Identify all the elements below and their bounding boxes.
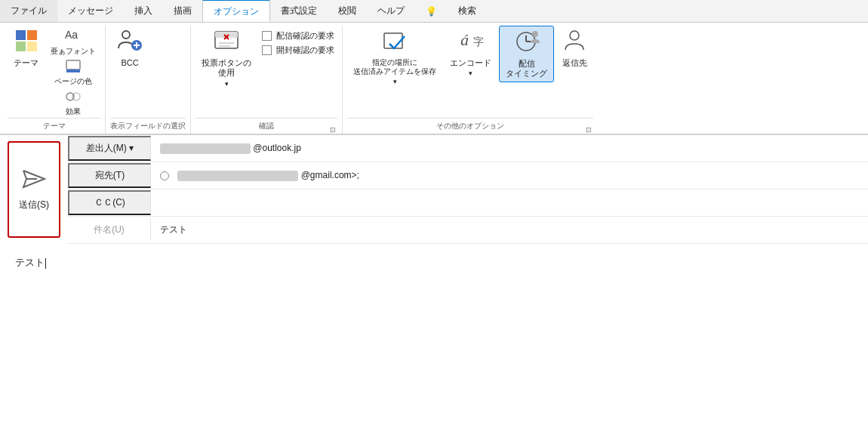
svg-rect-5 bbox=[66, 60, 80, 69]
cc-value bbox=[151, 199, 868, 208]
svg-point-26 bbox=[570, 31, 579, 40]
timing-icon bbox=[514, 29, 540, 57]
font-button[interactable]: Aa 亜ぁフォント bbox=[46, 26, 100, 57]
bcc-button[interactable]: BCC bbox=[110, 26, 149, 71]
svg-text:字: 字 bbox=[473, 35, 484, 48]
to-email-suffix: @gmail.com>; bbox=[301, 170, 359, 180]
open-confirm-check[interactable]: 開封確認の要求 bbox=[262, 45, 334, 56]
page-color-button[interactable]: ページの色 bbox=[46, 57, 100, 88]
body-text: テスト bbox=[15, 257, 45, 268]
other-options-group-label: その他のオプション ⊡ bbox=[347, 118, 593, 134]
encode-label: エンコード bbox=[450, 58, 491, 68]
send-label: 送信(S) bbox=[19, 199, 49, 211]
svg-rect-0 bbox=[16, 30, 26, 40]
ribbon-group-display-fields: BCC 表示フィールドの選択 bbox=[106, 26, 191, 134]
to-email-blurred bbox=[177, 171, 298, 181]
to-radio bbox=[160, 171, 169, 180]
theme-button[interactable]: テーマ bbox=[8, 26, 45, 71]
delivery-confirm-checkbox[interactable] bbox=[262, 31, 272, 41]
open-confirm-label: 開封確認の要求 bbox=[276, 45, 334, 56]
compose-area: 送信(S) 差出人(M) ▾ @outlook.jp 宛先(T) bbox=[0, 134, 868, 319]
encode-button[interactable]: á 字 エンコード ▾ bbox=[444, 26, 497, 80]
confirm-group-label: 確認 ⊡ bbox=[195, 118, 337, 134]
subject-label: 件名(U) bbox=[68, 219, 151, 241]
reply-to-button[interactable]: 返信先 bbox=[556, 26, 593, 71]
tab-help[interactable]: ヘルプ bbox=[367, 0, 415, 22]
vote-button[interactable]: 投票ボタンの 使用 ▾ bbox=[195, 26, 257, 91]
ribbon-tab-bar: ファイル メッセージ 挿入 描画 オプション 書式設定 校閲 ヘルプ 💡 検索 bbox=[0, 0, 868, 23]
svg-rect-2 bbox=[16, 42, 26, 51]
theme-label: テーマ bbox=[14, 58, 38, 68]
ribbon-group-theme: テーマ Aa 亜ぁフォント bbox=[3, 26, 106, 134]
cc-label[interactable]: ＣＣ(C) bbox=[68, 190, 151, 215]
timing-button[interactable]: 配信 タイミング bbox=[499, 26, 554, 82]
compose-fields: 差出人(M) ▾ @outlook.jp 宛先(T) @gmail.com>; bbox=[68, 135, 868, 244]
svg-point-9 bbox=[122, 31, 130, 39]
compose-body[interactable]: テスト bbox=[0, 244, 868, 319]
from-row: 差出人(M) ▾ @outlook.jp bbox=[68, 135, 868, 162]
save-sent-label: 指定の場所に 送信済みアイテムを保存 bbox=[353, 58, 436, 76]
theme-group-label: テーマ bbox=[8, 118, 100, 134]
svg-rect-3 bbox=[27, 42, 37, 51]
from-email-domain: @outlook.jp bbox=[253, 143, 301, 153]
from-email-blurred bbox=[160, 143, 251, 154]
subject-row: 件名(U) テスト bbox=[68, 217, 868, 244]
tab-format[interactable]: 書式設定 bbox=[270, 0, 328, 22]
cursor bbox=[45, 258, 46, 269]
vote-label: 投票ボタンの 使用 bbox=[202, 58, 251, 78]
encode-icon: á 字 bbox=[458, 29, 484, 57]
to-value: @gmail.com>; bbox=[151, 165, 868, 186]
vote-icon bbox=[214, 29, 239, 57]
tab-review[interactable]: 校閲 bbox=[328, 0, 367, 22]
confirm-expand-icon[interactable]: ⊡ bbox=[330, 126, 336, 134]
subject-value: テスト bbox=[151, 219, 196, 241]
ribbon-group-confirm: 投票ボタンの 使用 ▾ 配信確認の要求 開封確認の要求 確認 bbox=[191, 26, 343, 134]
page-color-label: ページの色 bbox=[54, 77, 92, 85]
tab-search[interactable]: 検索 bbox=[448, 0, 487, 22]
svg-text:Aa: Aa bbox=[65, 29, 78, 41]
tab-file[interactable]: ファイル bbox=[0, 0, 57, 22]
effect-button[interactable]: 効果 bbox=[46, 88, 100, 118]
save-sent-button[interactable]: 指定の場所に 送信済みアイテムを保存 ▾ bbox=[347, 26, 442, 88]
ribbon: ファイル メッセージ 挿入 描画 オプション 書式設定 校閲 ヘルプ 💡 検索 bbox=[0, 0, 868, 134]
compose-header: 送信(S) 差出人(M) ▾ @outlook.jp 宛先(T) bbox=[0, 135, 868, 244]
reply-to-label: 返信先 bbox=[562, 58, 587, 68]
tab-insert[interactable]: 挿入 bbox=[124, 0, 163, 22]
from-label[interactable]: 差出人(M) ▾ bbox=[68, 136, 151, 161]
page-color-icon bbox=[65, 60, 82, 75]
to-label[interactable]: 宛先(T) bbox=[68, 163, 151, 188]
save-sent-icon bbox=[382, 29, 408, 57]
display-fields-group-label: 表示フィールドの選択 bbox=[110, 118, 186, 134]
cc-row: ＣＣ(C) bbox=[68, 189, 868, 217]
timing-label: 配信 タイミング bbox=[506, 59, 547, 79]
font-label: 亜ぁフォント bbox=[51, 47, 96, 55]
send-icon bbox=[20, 168, 48, 196]
svg-rect-1 bbox=[27, 30, 37, 40]
tab-bulb[interactable]: 💡 bbox=[415, 0, 448, 22]
svg-point-25 bbox=[532, 31, 538, 37]
other-options-expand-icon[interactable]: ⊡ bbox=[586, 126, 592, 134]
effect-label: 効果 bbox=[66, 107, 81, 116]
bcc-label: BCC bbox=[121, 58, 138, 68]
to-row: 宛先(T) @gmail.com>; bbox=[68, 162, 868, 189]
tab-draw[interactable]: 描画 bbox=[163, 0, 202, 22]
theme-icon bbox=[14, 29, 38, 57]
delivery-confirm-label: 配信確認の要求 bbox=[276, 30, 334, 42]
bcc-icon bbox=[116, 29, 143, 57]
svg-rect-6 bbox=[66, 69, 80, 72]
delivery-confirm-check[interactable]: 配信確認の要求 bbox=[262, 30, 334, 42]
send-button[interactable]: 送信(S) bbox=[8, 141, 60, 238]
tab-message[interactable]: メッセージ bbox=[57, 0, 124, 22]
reply-to-icon bbox=[562, 29, 587, 57]
font-icon: Aa bbox=[65, 28, 82, 45]
from-value: @outlook.jp bbox=[151, 138, 868, 159]
tab-options[interactable]: オプション bbox=[202, 0, 270, 22]
ribbon-body: テーマ Aa 亜ぁフォント bbox=[0, 23, 868, 134]
effect-icon bbox=[65, 90, 82, 106]
open-confirm-checkbox[interactable] bbox=[262, 45, 272, 55]
ribbon-group-other-options: 指定の場所に 送信済みアイテムを保存 ▾ á 字 エンコード ▾ bbox=[343, 26, 598, 134]
svg-text:á: á bbox=[460, 30, 469, 49]
